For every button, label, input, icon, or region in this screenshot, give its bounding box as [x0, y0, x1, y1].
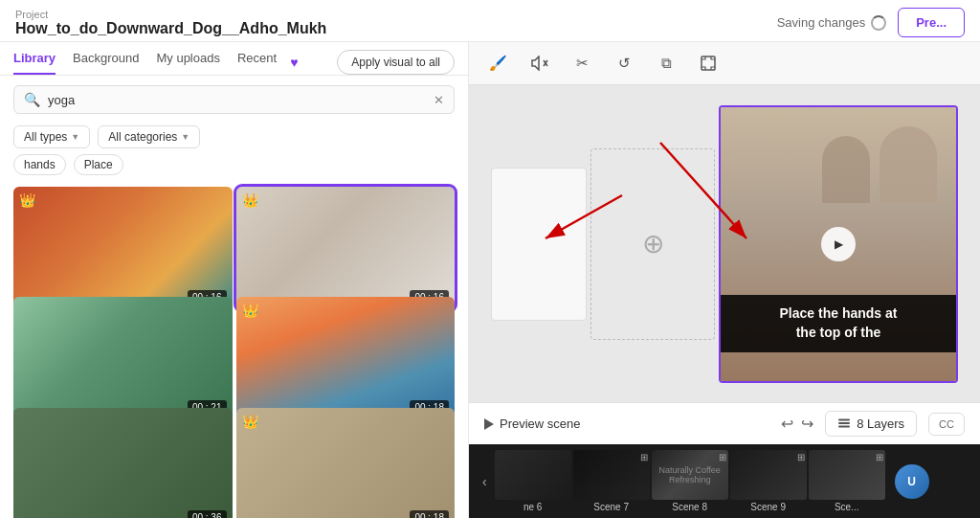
media-item-1[interactable]: 👑 00 : 16	[13, 187, 233, 310]
toolbar: 🖌️ ✂ ↺ ⧉	[469, 42, 980, 85]
layers-button[interactable]: 8 Layers	[825, 411, 917, 437]
scene-10-label: Sce...	[809, 502, 885, 512]
project-label: Project	[15, 9, 326, 20]
tab-my-uploads[interactable]: My uploads	[156, 51, 219, 75]
type-filter-arrow-icon: ▼	[71, 132, 79, 142]
scene-9-img	[730, 450, 807, 500]
canvas-area: ⊕ ▶ Place the hands at the to	[469, 85, 980, 402]
header-right: Saving changes Pre...	[777, 8, 965, 37]
crown-icon-4: 👑	[242, 303, 258, 318]
undo-redo-controls: ↩ ↪	[781, 415, 813, 433]
bottom-bar: Preview scene ↩ ↪ 8 Layers CC	[469, 402, 980, 444]
user-avatar: U	[895, 464, 929, 499]
preview-button[interactable]: Pre...	[898, 8, 965, 37]
canvas-overlay-text: Place the hands at the top of the	[721, 295, 956, 351]
scene-7-thumb[interactable]: ⊞ Scene 7	[573, 450, 650, 512]
timeline: ‹ ne 6 ⊞ Scene 7 Naturally CoffeeRefresh…	[469, 444, 980, 518]
timeline-prev-arrow[interactable]: ‹	[477, 474, 493, 489]
project-title: How_to_do_Downward_Dog__Adho_Mukh	[15, 20, 326, 37]
scene-8-label: Scene 8	[652, 502, 728, 512]
svg-rect-7	[838, 422, 850, 424]
svg-rect-2	[702, 56, 715, 70]
scene-6-label: ne 6	[495, 502, 571, 512]
right-panel: 🖌️ ✂ ↺ ⧉ ⊕	[469, 42, 980, 518]
rotate-icon[interactable]: ↺	[611, 50, 637, 77]
canvas-empty-left	[491, 168, 587, 321]
header-left: Project How_to_do_Downward_Dog__Adho_Muk…	[15, 9, 326, 37]
main-content: Library Background My uploads Recent ♥ A…	[0, 42, 980, 518]
search-clear-icon[interactable]: ✕	[434, 93, 444, 107]
media-item-2[interactable]: 👑 00 : 16	[236, 187, 456, 310]
mute-icon[interactable]	[526, 50, 553, 77]
left-panel: Library Background My uploads Recent ♥ A…	[0, 42, 469, 518]
filters-row: All types ▼ All categories ▼	[0, 120, 468, 154]
cc-button[interactable]: CC	[928, 413, 965, 436]
saving-spinner-icon	[871, 15, 886, 31]
tab-library[interactable]: Library	[13, 51, 56, 75]
scene-7-img	[573, 450, 650, 500]
scene-7-label: Scene 7	[573, 502, 650, 512]
svg-rect-9	[838, 418, 850, 420]
layers-icon	[837, 417, 851, 431]
redo-button[interactable]: ↪	[801, 415, 813, 433]
preview-scene-button[interactable]: Preview scene	[484, 417, 581, 431]
duration-5: 00 : 36	[188, 510, 227, 518]
scene-10-img	[809, 450, 885, 500]
tab-recent[interactable]: Recent	[237, 51, 277, 75]
scene-9-layers-icon: ⊞	[797, 452, 805, 462]
media-item-6[interactable]: 👑 00 : 18	[236, 408, 456, 518]
preview-play-icon	[484, 418, 494, 430]
media-item-5[interactable]: 00 : 36	[13, 408, 233, 518]
tabs-bar: Library Background My uploads Recent ♥ A…	[0, 42, 468, 76]
scene-8-img: Naturally CoffeeRefreshing	[652, 450, 728, 500]
saving-text: Saving changes	[777, 15, 887, 31]
canvas-video-slot[interactable]: ▶ Place the hands at the top of the	[719, 105, 958, 383]
expand-icon[interactable]	[695, 50, 722, 77]
crown-icon-6: 👑	[242, 414, 258, 429]
crown-icon-1: 👑	[19, 192, 35, 208]
scene-7-layers-icon: ⊞	[640, 452, 648, 462]
scene-10-layers-icon: ⊞	[876, 452, 883, 462]
media-grid: 👑 00 : 16 👑 00 : 16 00 : 21 👑 00 : 18	[0, 183, 468, 518]
media-item-4[interactable]: 👑 00 : 18	[236, 297, 456, 420]
crown-icon-2: 👑	[242, 192, 258, 208]
media-item-3[interactable]: 00 : 21	[13, 297, 233, 420]
paint-tool-icon[interactable]: 🖌️	[484, 50, 511, 77]
scene-10-thumb[interactable]: ⊞ Sce...	[809, 450, 885, 512]
scene-9-label: Scene 9	[730, 502, 807, 512]
search-box: 🔍 ✕	[13, 85, 455, 114]
search-input[interactable]	[48, 93, 426, 107]
play-button[interactable]: ▶	[821, 227, 856, 261]
scene-8-layers-icon: ⊞	[719, 452, 726, 462]
category-filter-arrow-icon: ▼	[181, 132, 189, 142]
search-icon: 🔍	[24, 92, 40, 107]
scene-9-thumb[interactable]: ⊞ Scene 9	[730, 450, 807, 512]
header: Project How_to_do_Downward_Dog__Adho_Muk…	[0, 0, 980, 42]
scene-6-thumb[interactable]: ne 6	[495, 450, 571, 512]
tag-hands[interactable]: hands	[13, 154, 66, 175]
scissors-icon[interactable]: ✂	[568, 50, 595, 77]
svg-rect-8	[838, 425, 850, 427]
duration-6: 00 : 18	[410, 510, 449, 518]
favorites-heart-icon[interactable]: ♥	[290, 55, 298, 70]
search-area: 🔍 ✕	[0, 76, 468, 120]
tab-background[interactable]: Background	[73, 51, 139, 75]
category-filter-dropdown[interactable]: All categories ▼	[98, 125, 200, 148]
apply-visual-button[interactable]: Apply visual to all	[337, 50, 455, 75]
duplicate-icon[interactable]: ⧉	[653, 50, 679, 77]
scene-8-thumb[interactable]: Naturally CoffeeRefreshing ⊞ Scene 8	[652, 450, 728, 512]
tags-row: hands Place	[0, 154, 468, 183]
undo-button[interactable]: ↩	[781, 415, 793, 433]
scene-6-img	[495, 450, 571, 500]
canvas-add-slot[interactable]: ⊕	[590, 148, 715, 340]
add-slot-plus-icon: ⊕	[642, 228, 664, 259]
canvas-video-bg: ▶ Place the hands at the top of the	[721, 107, 956, 381]
type-filter-dropdown[interactable]: All types ▼	[13, 125, 90, 148]
tag-place[interactable]: Place	[74, 154, 123, 175]
